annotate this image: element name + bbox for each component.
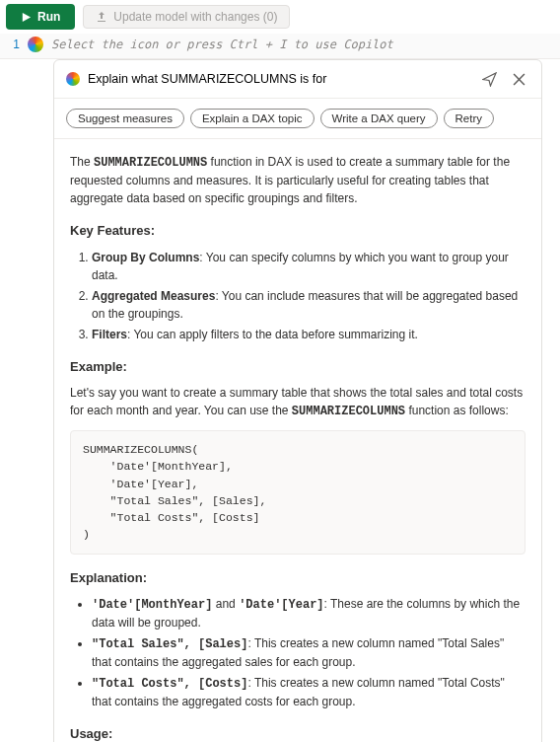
- list-item: Group By Columns: You can specify column…: [92, 249, 525, 284]
- intro-paragraph: The SUMMARIZECOLUMNS function in DAX is …: [70, 153, 525, 207]
- copilot-icon: [66, 72, 80, 86]
- chip-write-dax-query[interactable]: Write a DAX query: [320, 109, 438, 128]
- send-icon: [482, 72, 497, 87]
- example-heading: Example:: [70, 357, 525, 377]
- chip-explain-dax-topic[interactable]: Explain a DAX topic: [190, 109, 315, 128]
- top-toolbar: Run Update model with changes (0): [0, 0, 560, 34]
- list-item: Filters: You can apply filters to the da…: [92, 326, 525, 343]
- usage-heading: Usage:: [70, 724, 525, 742]
- close-icon: [513, 73, 525, 86]
- line-number: 1: [8, 37, 20, 51]
- suggestion-chips: Suggest measures Explain a DAX topic Wri…: [54, 99, 541, 134]
- update-model-button: Update model with changes (0): [83, 5, 290, 29]
- explanation-heading: Explanation:: [70, 568, 525, 588]
- example-intro: Let's say you want to create a summary t…: [70, 384, 525, 420]
- copilot-panel: Suggest measures Explain a DAX topic Wri…: [53, 59, 542, 742]
- response-content: The SUMMARIZECOLUMNS function in DAX is …: [54, 138, 541, 742]
- editor-row[interactable]: 1 Select the icon or press Ctrl + I to u…: [0, 34, 560, 59]
- list-item: Aggregated Measures: You can include mea…: [92, 287, 525, 323]
- upload-icon: [96, 11, 107, 23]
- send-button[interactable]: [478, 68, 500, 90]
- list-item: "Total Costs", [Costs]: This creates a n…: [92, 674, 525, 710]
- list-item: 'Date'[MonthYear] and 'Date'[Year]: Thes…: [92, 595, 525, 631]
- chip-suggest-measures[interactable]: Suggest measures: [66, 109, 184, 128]
- close-button[interactable]: [508, 68, 529, 90]
- run-button[interactable]: Run: [6, 4, 75, 30]
- panel-header: [54, 60, 541, 99]
- run-label: Run: [37, 10, 60, 24]
- editor-placeholder: Select the icon or press Ctrl + I to use…: [51, 37, 393, 51]
- copilot-icon[interactable]: [28, 37, 43, 52]
- features-list: Group By Columns: You can specify column…: [92, 249, 525, 343]
- explanation-list: 'Date'[MonthYear] and 'Date'[Year]: Thes…: [92, 595, 525, 710]
- chip-retry[interactable]: Retry: [444, 109, 494, 128]
- features-heading: Key Features:: [70, 221, 525, 241]
- code-block: SUMMARIZECOLUMNS( 'Date'[MonthYear], 'Da…: [70, 430, 525, 555]
- play-icon: [21, 12, 32, 23]
- list-item: "Total Sales", [Sales]: This creates a n…: [92, 634, 525, 671]
- prompt-input[interactable]: [88, 72, 470, 86]
- update-label: Update model with changes (0): [113, 10, 277, 24]
